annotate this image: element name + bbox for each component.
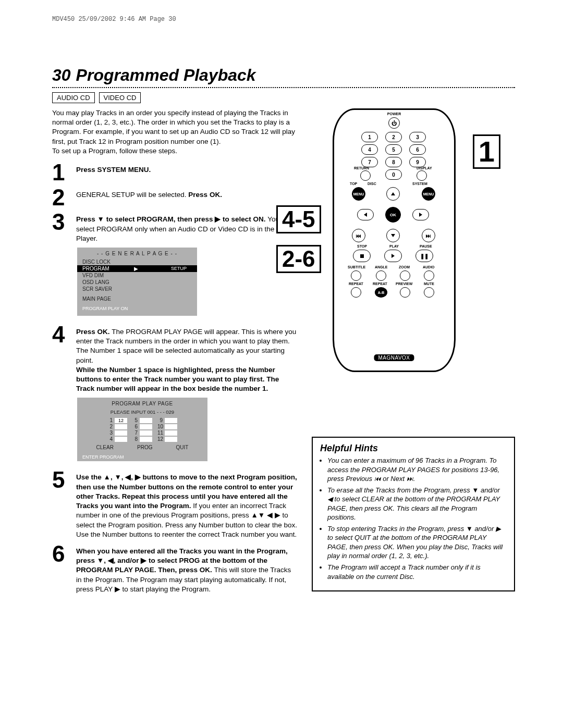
stop-button (353, 250, 371, 262)
title-row: 30 Programmed Playback (52, 66, 515, 88)
helpful-hints-box: Helpful Hints You can enter a maximum of… (312, 437, 515, 591)
step-number: 2 (52, 187, 70, 208)
brand-label: MAGNAVOX (374, 354, 414, 361)
num-2: 2 (385, 132, 402, 142)
hint-item: To erase all the Tracks from the Program… (327, 486, 507, 522)
print-header: MDV450 25/09/2002 9:46 AM Page 30 (52, 16, 515, 23)
hints-title: Helpful Hints (320, 443, 507, 454)
step-1: 1 Press SYSTEM MENU. (52, 162, 297, 183)
step-number: 1 (52, 162, 70, 183)
tag-video-cd: VIDEO CD (99, 92, 141, 103)
num-0: 0 (385, 169, 402, 180)
callout-2-6: 2-6 (276, 245, 321, 273)
step-number: 5 (52, 470, 70, 490)
ab-button: A-B (375, 287, 387, 298)
up-button (386, 187, 400, 201)
page-title: Programmed Playback (76, 66, 256, 85)
menu-button-left: MENU (352, 187, 365, 201)
ok-button: OK (385, 207, 401, 223)
hint-item: To stop entering Tracks in the Program, … (327, 524, 507, 561)
num-6: 6 (409, 144, 426, 155)
intro-paragraph: You may play Tracks in an order you spec… (52, 108, 297, 156)
num-5: 5 (385, 144, 402, 155)
prev-button: ⏮ (352, 229, 365, 242)
num-9: 9 (409, 157, 426, 167)
num-1: 1 (361, 132, 378, 142)
next-button: ⏭ (422, 229, 435, 242)
num-7: 7 (361, 157, 378, 167)
page-number: 30 (52, 66, 71, 85)
callout-4-5: 4-5 (276, 205, 321, 233)
disc-type-tags: AUDIO CD VIDEO CD (52, 92, 515, 103)
play-button (384, 250, 402, 262)
step-number: 6 (52, 544, 70, 564)
step-2: 2 GENERAL SETUP will be selected. Press … (52, 187, 297, 208)
hint-item: You can enter a maximum of 96 Tracks in … (327, 456, 507, 484)
osd-general-page: - - G E N E R A L P A G E - - DISC LOCK … (77, 248, 197, 316)
right-button (412, 209, 429, 220)
callout-1: 1 (473, 134, 500, 169)
step-6: 6 When you have entered all the Tracks y… (52, 544, 297, 594)
step-number: 4 (52, 324, 70, 345)
tag-audio-cd: AUDIO CD (52, 92, 95, 103)
hint-item: The Program will accept a Track number o… (327, 563, 507, 581)
step-5: 5 Use the ▲, ▼, ◀, ▶ buttons to move to … (52, 470, 297, 539)
step-number: 3 (52, 212, 70, 232)
left-button (357, 209, 374, 220)
step-3: 3 Press ▼ to select PROGRAM, then press … (52, 212, 297, 243)
menu-button-right: MENU (422, 187, 435, 201)
power-button: ⏻ (388, 117, 400, 129)
down-button (386, 229, 400, 242)
remote-diagram: 1 4-5 2-6 POWER ⏻ 1 2 3 4 5 6 7 8 9 0 (333, 108, 456, 372)
step-1-text: Press SYSTEM MENU. (76, 166, 151, 174)
osd-program-play-page: PROGRAM PLAY PAGE PLEASE INPUT 001 - - -… (77, 398, 207, 461)
num-4: 4 (361, 144, 378, 155)
step-4: 4 Press OK. The PROGRAM PLAY PAGE will a… (52, 324, 297, 394)
num-3: 3 (409, 132, 426, 142)
num-8: 8 (385, 157, 402, 167)
pause-button: ❚❚ (415, 250, 433, 262)
